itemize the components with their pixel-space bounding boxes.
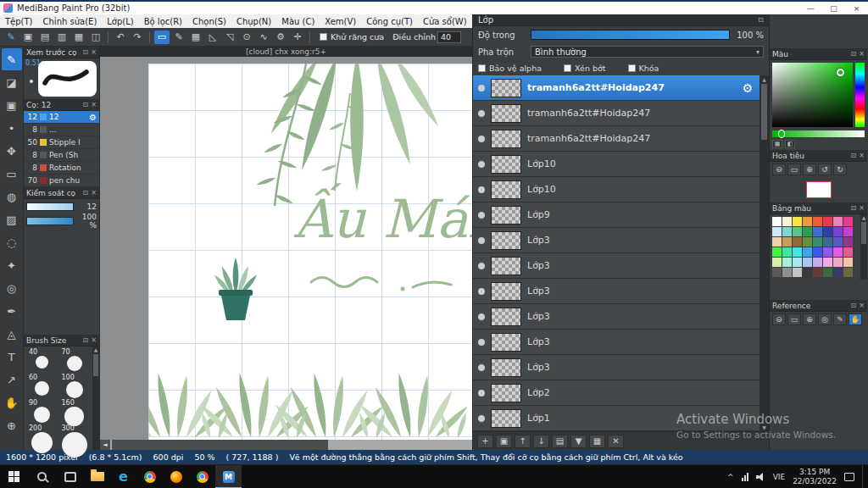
- brush-settings-gear-icon[interactable]: ⚙: [89, 113, 97, 122]
- zoom-out-icon[interactable]: ⊖: [772, 164, 786, 175]
- menu-item[interactable]: Chọn(S): [187, 17, 231, 26]
- menu-item[interactable]: Bộ lọc(R): [139, 17, 187, 26]
- settings-gear-icon[interactable]: ⚙: [273, 30, 288, 44]
- menu-item[interactable]: Xem(V): [320, 17, 361, 26]
- palette-swatch[interactable]: [793, 237, 802, 247]
- pattern-icon[interactable]: ▥: [54, 30, 70, 44]
- close-panel-icon[interactable]: ×: [91, 48, 97, 56]
- antialias-checkbox[interactable]: Khử răng cưa: [320, 32, 384, 42]
- layer-thumbnail[interactable]: [491, 104, 521, 123]
- opacity-slider[interactable]: [531, 30, 730, 40]
- palette-swatch[interactable]: [772, 237, 782, 247]
- layer-row[interactable]: tramanh6a2tt#Hoidap247 ⚙: [473, 75, 760, 101]
- palette-swatch[interactable]: [782, 237, 792, 247]
- layer-thumbnail[interactable]: [491, 409, 521, 428]
- minimize-button[interactable]: —: [799, 2, 822, 14]
- new-layer-button[interactable]: +: [477, 435, 493, 448]
- layer-row[interactable]: Lớp1 ⚙: [473, 406, 760, 431]
- symmetry-guide-icon[interactable]: ◹: [222, 30, 237, 44]
- pen-tool[interactable]: ✒: [2, 300, 22, 322]
- scroll-up-icon[interactable]: ▲: [762, 75, 766, 83]
- layers-scrollbar[interactable]: ▲ ▼: [760, 75, 769, 431]
- firefox-browser-button[interactable]: [163, 465, 189, 488]
- layer-row[interactable]: Lớp3 ⚙: [473, 253, 760, 279]
- zoom-out-icon[interactable]: ⊖: [772, 313, 786, 325]
- adjust-input[interactable]: [437, 31, 461, 43]
- palette-swatch[interactable]: [833, 258, 843, 267]
- layer-visibility-dot[interactable]: [478, 313, 485, 320]
- operation-tool[interactable]: ↗: [2, 369, 22, 391]
- tray-expand-icon[interactable]: ^: [727, 473, 734, 481]
- layer-settings-gear-icon[interactable]: ⚙: [742, 81, 753, 95]
- palette-swatch[interactable]: [833, 217, 843, 226]
- fit-view-icon[interactable]: ▭: [787, 313, 801, 325]
- palette-swatch[interactable]: [833, 227, 843, 236]
- brush-size-option[interactable]: 160: [58, 399, 92, 423]
- close-button[interactable]: ×: [845, 2, 868, 14]
- menu-item[interactable]: Cửa sổ(W): [418, 17, 472, 26]
- blend-mode-select[interactable]: Bình thường ▾: [531, 46, 764, 58]
- float-panel-icon[interactable]: ⊡: [83, 48, 89, 56]
- palette-swatch[interactable]: [823, 217, 832, 226]
- palette-swatch[interactable]: [813, 237, 822, 247]
- brush-size-bar[interactable]: [26, 202, 74, 211]
- palette-swatch[interactable]: [793, 247, 802, 257]
- scrollbar-thumb[interactable]: [93, 354, 98, 376]
- layer-thumbnail[interactable]: [491, 155, 521, 174]
- palette-swatch[interactable]: [772, 258, 782, 267]
- float-panel-icon[interactable]: ⊡: [851, 50, 857, 58]
- rect-select-tool[interactable]: ▭: [2, 163, 22, 185]
- clear-layer-button[interactable]: ▦: [589, 435, 605, 448]
- delete-layer-button[interactable]: ✕: [608, 435, 624, 448]
- palette-swatch[interactable]: [833, 268, 843, 277]
- layer-visibility-dot[interactable]: [478, 212, 485, 219]
- square-brush-tool[interactable]: ▣: [2, 94, 22, 116]
- new-folder-button[interactable]: ▤: [552, 435, 568, 448]
- layer-thumbnail[interactable]: [491, 308, 521, 326]
- layer-thumbnail[interactable]: [491, 358, 521, 377]
- palette-swatch[interactable]: [813, 247, 822, 257]
- palette-swatch[interactable]: [843, 268, 853, 277]
- layer-row[interactable]: Lớp3 ⚙: [473, 355, 760, 380]
- eraser-tool[interactable]: ◪: [2, 71, 22, 93]
- redo-button[interactable]: ↷: [130, 30, 145, 44]
- layer-row[interactable]: tramanh6a2tt#Hoidap247 ⚙: [473, 101, 760, 126]
- bucket-fill-tool[interactable]: ◍: [2, 186, 22, 208]
- palette-swatch[interactable]: [833, 237, 843, 247]
- brush-size-option[interactable]: 100: [58, 374, 92, 397]
- layer-row[interactable]: tramanh6a2tt#Hoidap247 ⚙: [473, 126, 760, 152]
- palette-swatch[interactable]: [833, 247, 843, 257]
- add-guide-icon[interactable]: ✛: [290, 30, 305, 44]
- layer-row[interactable]: Lớp10 ⚙: [473, 152, 760, 177]
- rotate-right-icon[interactable]: ↻: [833, 164, 847, 175]
- palette-swatch[interactable]: [803, 237, 812, 247]
- brush-size-option[interactable]: 60: [25, 374, 58, 397]
- palette-swatch[interactable]: [782, 247, 792, 257]
- palette-swatch[interactable]: [823, 258, 832, 267]
- zoom-in-icon[interactable]: ⊕: [803, 313, 816, 325]
- zoom-in-icon[interactable]: ⊕: [803, 164, 816, 175]
- palette-swatch[interactable]: [823, 247, 832, 257]
- palette-swatch[interactable]: [823, 227, 832, 236]
- palette-swatch[interactable]: [782, 268, 792, 277]
- hand-icon[interactable]: ✋: [849, 313, 862, 325]
- chrome-browser-button[interactable]: [136, 465, 163, 488]
- language-indicator[interactable]: VIE: [773, 473, 786, 481]
- edge-browser-button[interactable]: e: [110, 465, 136, 488]
- magic-wand-tool[interactable]: ✦: [2, 254, 22, 276]
- brush-item[interactable]: 8 Pen (Sh ⚙: [24, 149, 99, 162]
- palette-swatch[interactable]: [772, 227, 782, 236]
- palette-swatch[interactable]: [793, 258, 802, 267]
- menu-item[interactable]: Chỉnh sửa(E): [38, 17, 103, 26]
- layer-row[interactable]: Lớp3 ⚙: [473, 228, 760, 253]
- value-cursor[interactable]: [778, 130, 785, 138]
- halftone-icon[interactable]: ◫: [88, 30, 103, 44]
- menu-item[interactable]: Tệp(T): [0, 17, 38, 26]
- scroll-down-icon[interactable]: ▼: [762, 424, 766, 431]
- clipping-checkbox[interactable]: Xén bớt: [564, 64, 606, 73]
- brush-item[interactable]: 8 Rotation ⚙: [24, 162, 99, 175]
- canvas-viewport[interactable]: Ấu Mái: [100, 57, 472, 440]
- palette-swatch[interactable]: [843, 227, 853, 236]
- color-cursor[interactable]: [837, 69, 844, 76]
- wave-guide-icon[interactable]: ∿: [256, 30, 271, 44]
